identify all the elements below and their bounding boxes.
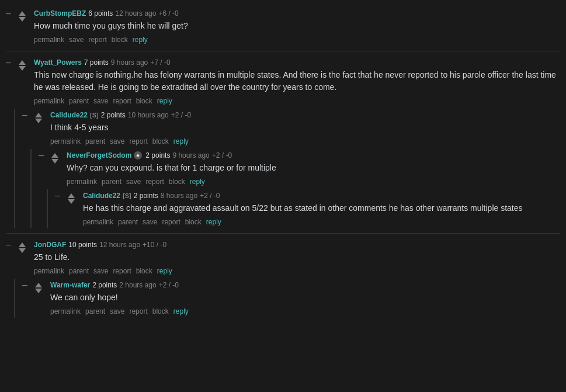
action-permalink[interactable]: permalink xyxy=(50,137,81,145)
action-block[interactable]: block xyxy=(136,97,152,105)
action-reply[interactable]: reply xyxy=(173,307,189,315)
action-block[interactable]: block xyxy=(112,36,128,44)
action-block[interactable]: block xyxy=(136,267,152,275)
action-reply[interactable]: reply xyxy=(190,178,205,186)
action-block[interactable]: block xyxy=(185,218,202,226)
upvote-button[interactable] xyxy=(35,283,42,287)
action-permalink[interactable]: permalink xyxy=(67,178,97,186)
comment-points: 10 points xyxy=(68,241,97,249)
collapse-indicator[interactable]: – xyxy=(6,57,12,68)
action-report[interactable]: report xyxy=(162,218,180,226)
comment-meta: Wyatt_Powers7 points9 hours ago+7 / -0 xyxy=(34,58,560,67)
comment-author[interactable]: JonDGAF xyxy=(34,241,66,249)
downvote-button[interactable] xyxy=(35,119,42,123)
action-report[interactable]: report xyxy=(129,307,147,315)
action-parent[interactable]: parent xyxy=(69,267,89,275)
action-parent[interactable]: parent xyxy=(85,137,105,145)
action-parent[interactable]: parent xyxy=(118,218,138,226)
action-permalink[interactable]: permalink xyxy=(50,307,81,315)
comment-thread: –NeverForgetSodom★2 points9 hours ago+2 … xyxy=(39,149,560,228)
action-report[interactable]: report xyxy=(113,97,131,105)
action-block[interactable]: block xyxy=(152,137,169,145)
comment-text: How much time you guys think he will get… xyxy=(34,20,188,32)
comment-text: He has this charge and aggravated assaul… xyxy=(83,202,523,214)
collapse-indicator[interactable]: – xyxy=(22,280,28,290)
action-parent[interactable]: parent xyxy=(85,307,105,315)
action-permalink[interactable]: permalink xyxy=(34,97,64,105)
comment-actions: permalinkparentsavereportblockreply xyxy=(50,137,191,145)
action-save[interactable]: save xyxy=(110,307,124,315)
action-block[interactable]: block xyxy=(169,178,185,186)
action-permalink[interactable]: permalink xyxy=(83,218,113,226)
comment-author[interactable]: Calidude22 xyxy=(83,192,120,200)
downvote-button[interactable] xyxy=(19,66,26,71)
action-reply[interactable]: reply xyxy=(133,36,148,44)
comment-text: Why? can you expound. is that for 1 char… xyxy=(67,162,276,174)
comment-points: 6 points xyxy=(88,9,113,18)
upvote-button[interactable] xyxy=(19,60,26,65)
action-reply[interactable]: reply xyxy=(206,218,221,226)
comment-body: Calidude22[S]2 points8 hours ago+2 / -0H… xyxy=(83,192,523,226)
comment-actions: permalinkparentsavereportblockreply xyxy=(34,267,172,275)
separator xyxy=(6,233,560,234)
action-reply[interactable]: reply xyxy=(157,267,172,275)
action-save[interactable]: save xyxy=(93,267,108,275)
collapse-row: –CurbStompEBZ6 points12 hours ago+6 / -0… xyxy=(6,7,560,46)
collapse-indicator[interactable]: – xyxy=(22,110,28,120)
comment: NeverForgetSodom★2 points9 hours ago+2 /… xyxy=(47,149,276,188)
comment-author[interactable]: Calidude22 xyxy=(50,111,88,119)
upvote-button[interactable] xyxy=(35,113,42,117)
comment-time: 9 hours ago xyxy=(111,58,148,67)
comment-score: +2 / -0 xyxy=(212,151,232,159)
comment-thread: –Wyatt_Powers7 points9 hours ago+7 / -0T… xyxy=(6,56,560,228)
action-permalink[interactable]: permalink xyxy=(34,36,64,44)
collapse-indicator[interactable]: – xyxy=(39,150,44,161)
action-save[interactable]: save xyxy=(143,218,157,226)
comment-meta: Calidude22[S]2 points10 hours ago+2 / -0 xyxy=(50,111,191,119)
downvote-button[interactable] xyxy=(19,248,26,253)
action-save[interactable]: save xyxy=(126,178,141,186)
downvote-button[interactable] xyxy=(51,159,58,164)
comment-actions: permalinksavereportblockreply xyxy=(34,36,188,44)
upvote-button[interactable] xyxy=(19,11,26,16)
action-report[interactable]: report xyxy=(88,36,106,44)
downvote-button[interactable] xyxy=(68,199,75,204)
action-report[interactable]: report xyxy=(145,178,164,186)
children-container: –Calidude22[S]2 points10 hours ago+2 / -… xyxy=(14,109,560,228)
comment: JonDGAF10 points12 hours ago+10 / -025 t… xyxy=(14,238,172,277)
upvote-button[interactable] xyxy=(19,242,26,247)
comment-author[interactable]: NeverForgetSodom xyxy=(67,151,131,159)
comment-author[interactable]: CurbStompEBZ xyxy=(34,9,86,18)
collapse-indicator[interactable]: – xyxy=(6,8,12,19)
action-save[interactable]: save xyxy=(110,137,124,145)
collapse-indicator[interactable]: – xyxy=(55,190,61,201)
comment-author[interactable]: Warm-wafer xyxy=(50,281,90,289)
vote-area xyxy=(30,281,47,294)
upvote-button[interactable] xyxy=(51,153,58,158)
action-report[interactable]: report xyxy=(113,267,131,275)
action-save[interactable]: save xyxy=(69,36,84,44)
comment-text: This new charge is nothing.he has felony… xyxy=(34,69,560,93)
action-parent[interactable]: parent xyxy=(102,178,121,186)
action-save[interactable]: save xyxy=(93,97,108,105)
action-reply[interactable]: reply xyxy=(157,97,172,105)
upvote-button[interactable] xyxy=(68,193,75,198)
action-permalink[interactable]: permalink xyxy=(34,267,64,275)
action-reply[interactable]: reply xyxy=(173,137,189,145)
comment-score: +2 / -0 xyxy=(200,192,220,200)
action-report[interactable]: report xyxy=(129,137,147,145)
flair-icon: ★ xyxy=(134,151,142,159)
action-parent[interactable]: parent xyxy=(69,97,89,105)
comment-time: 2 hours ago xyxy=(119,281,156,289)
children-container: –Warm-wafer2 points2 hours ago+2 / -0We … xyxy=(14,279,560,318)
downvote-button[interactable] xyxy=(19,17,26,22)
vote-area xyxy=(30,111,47,124)
action-block[interactable]: block xyxy=(152,307,169,315)
collapse-indicator[interactable]: – xyxy=(6,240,12,250)
comment-author[interactable]: Wyatt_Powers xyxy=(34,58,82,67)
downvote-button[interactable] xyxy=(35,289,42,293)
comment-meta: Calidude22[S]2 points8 hours ago+2 / -0 xyxy=(83,192,523,200)
comment-time: 9 hours ago xyxy=(172,151,209,159)
comment-body: JonDGAF10 points12 hours ago+10 / -025 t… xyxy=(34,241,172,275)
comment-thread: –Warm-wafer2 points2 hours ago+2 / -0We … xyxy=(22,279,560,318)
